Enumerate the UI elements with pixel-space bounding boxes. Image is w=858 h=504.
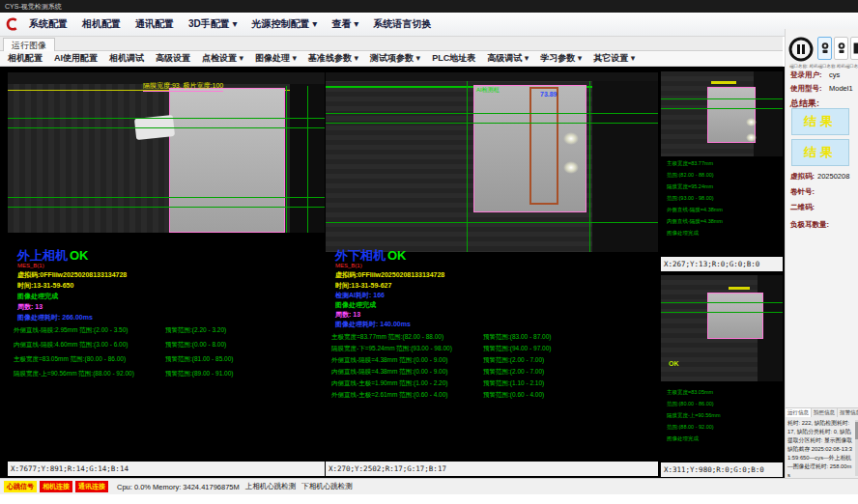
camera-2-button[interactable] bbox=[834, 37, 848, 60]
measurement-row: 内侧直线-隔膜:4.60mm 范围:(3.00 - 6.00) 预警范围:(0.… bbox=[14, 341, 325, 350]
dark-right-region bbox=[592, 81, 658, 252]
measurement-row: 外侧直线-隔膜:2.95mm 范围:(2.00 - 3.50) 预警范围:(2.… bbox=[14, 326, 325, 335]
pixel-coordinate-bar: X:7677;Y:891;R:14;G:14;B:14 bbox=[8, 462, 325, 476]
small-meas-line: 范围:(82.00 - 88.00) bbox=[667, 172, 714, 179]
camera-view-small-top[interactable] bbox=[661, 71, 783, 156]
measurement-value: 内侧直线-隔膜:4.60mm 范围:(3.00 - 6.00) bbox=[14, 341, 128, 348]
camera-view-outer-upper[interactable]: 隔膜宽度:93, 极片宽度:100 bbox=[8, 72, 325, 233]
camera-panel-outer-upper: 隔膜宽度:93, 极片宽度:100 外上相机OK MES_B(1) 虚拟码:0F… bbox=[8, 68, 325, 477]
menu-system-config[interactable]: 系统配置 bbox=[29, 17, 68, 31]
model-label: 使用型号: bbox=[790, 84, 822, 94]
small-meas-line: 外侧直线-隔膜=4.38mm bbox=[667, 207, 723, 213]
ai-score-value: 73.89 bbox=[540, 91, 558, 98]
yellow-marker bbox=[729, 287, 750, 290]
small-meas-line: 范围:(88.00 - 92.00) bbox=[667, 424, 714, 431]
log-text: 耗时: 222, 缺陷检测耗时: 17, 缺陷分类耗时: 0, 缺陷提取分区耗时… bbox=[787, 419, 853, 480]
tool-baseline-params[interactable]: 基准线参数 ▾ bbox=[308, 52, 358, 65]
menu-language-switch[interactable]: 系统语言切换 bbox=[373, 17, 431, 31]
separator-roi-box bbox=[707, 293, 763, 339]
result-box-upper: 结果 bbox=[791, 108, 849, 135]
small-meas-line: 图像处理完成 bbox=[667, 435, 699, 442]
menu-view[interactable]: 查看 ▾ bbox=[331, 17, 358, 31]
machine-top-band bbox=[326, 72, 658, 81]
measurement-warn: 预警范围:(1.10 - 2.10) bbox=[483, 379, 544, 388]
tool-spot-check[interactable]: 点检设置 ▾ bbox=[202, 52, 243, 65]
window-titlebar: CYS-视觉检测系统 bbox=[0, 0, 858, 13]
port-caption: 端口名称: 相机端口名称 相机端口名称 bbox=[789, 64, 858, 69]
log-tab-photo-info[interactable]: 拍照信息 bbox=[812, 408, 838, 417]
measurement-value: 外侧直线-隔膜=4.38mm 范围:(0.00 - 9.00) bbox=[331, 356, 447, 363]
pixel-coordinate-bar: X:311;Y:980;R:0;G:0;B:0 bbox=[661, 462, 783, 477]
measurement-row: 隔膜宽度-上=90.56mm 范围:(88.00 - 92.00) 预警范围:(… bbox=[14, 370, 325, 378]
toolbar: 相机配置 AI使用配置 相机调试 高级设置 点检设置 ▾ 图像处理 ▾ 基准线参… bbox=[0, 51, 783, 67]
tool-other-settings[interactable]: 其它设置 ▾ bbox=[593, 52, 635, 65]
menu-bar: 系统配置 相机配置 通讯配置 3D手配置 ▾ 光源控制配置 ▾ 查看 ▾ 系统语… bbox=[0, 13, 858, 37]
tool-camera-debug[interactable]: 相机调试 bbox=[109, 52, 144, 65]
camera-panel-small-top: 主极宽度=83.77mm 范围:(82.00 - 88.00) 隔膜宽度=95.… bbox=[661, 68, 783, 272]
comm-link-badge: 通讯连接 bbox=[75, 481, 108, 492]
small-meas-line: 主极宽度=83.05mm bbox=[667, 389, 713, 396]
elapsed-line: 图像处理耗时: 140.00ms bbox=[335, 320, 411, 329]
measurement-row: 外侧直线-主极=2.61mm 范围:(0.60 - 4.00) 预警范围:(0.… bbox=[331, 391, 658, 400]
upper-camera-heartbeat-status: 上相机心跳检测 bbox=[245, 482, 297, 491]
main-content: 隔膜宽度:93, 极片宽度:100 外上相机OK MES_B(1) 虚拟码:0F… bbox=[0, 67, 785, 478]
qr-code-label: 二维码: bbox=[790, 203, 815, 212]
measure-line bbox=[661, 108, 783, 109]
tool-advanced-settings[interactable]: 高级设置 bbox=[156, 52, 190, 65]
virtual-code-label: 虚拟码: bbox=[790, 172, 815, 182]
measurement-warn: 预警范围:(94.00 - 97.00) bbox=[483, 345, 551, 353]
camera-link-badge: 相机连接 bbox=[40, 481, 72, 492]
edge-line bbox=[589, 81, 590, 252]
small-meas-line: 隔膜宽度=95.24mm bbox=[667, 183, 713, 190]
ai-elapsed-line: 检测AI耗时: 166 bbox=[335, 291, 385, 300]
measurement-row: 主极宽度=83.77mm 范围:(82.00 - 88.00) 预警范围:(83… bbox=[331, 333, 658, 342]
dark-right-region bbox=[754, 71, 783, 156]
measure-line bbox=[661, 302, 783, 303]
camera-view-small-bottom[interactable]: OK bbox=[661, 275, 783, 381]
log-tab-run-info[interactable]: 运行信息 bbox=[786, 408, 812, 417]
model-value: Model1 bbox=[829, 84, 853, 93]
app-logo-icon bbox=[4, 15, 21, 33]
exit-button[interactable] bbox=[850, 37, 858, 60]
tool-learning-params[interactable]: 学习参数 ▾ bbox=[540, 52, 582, 65]
camera-icon bbox=[837, 42, 846, 55]
camera-name-label: 外下相机 bbox=[335, 248, 386, 263]
done-line: 图像处理完成 bbox=[335, 300, 376, 310]
measure-line bbox=[326, 113, 658, 114]
measurement-warn: 预警范围:(2.20 - 3.20) bbox=[165, 326, 226, 335]
pixel-coordinate-bar: X:267;Y:13;R:0;G:0;B:0 bbox=[661, 257, 783, 271]
menu-light-control[interactable]: 光源控制配置 ▾ bbox=[252, 17, 318, 31]
result-ok-label: OK bbox=[70, 248, 89, 263]
pause-button[interactable] bbox=[788, 37, 814, 62]
tool-camera-config[interactable]: 相机配置 bbox=[8, 52, 43, 65]
machine-texture bbox=[8, 84, 170, 233]
mes-label: MES_B(1) bbox=[17, 263, 44, 268]
tool-plc-table[interactable]: PLC地址表 bbox=[432, 52, 475, 65]
measurement-warn: 预警范围:(0.60 - 4.00) bbox=[483, 391, 544, 400]
tool-advanced-debug[interactable]: 高级调试 ▾ bbox=[487, 52, 529, 65]
result-ok-label: OK bbox=[387, 248, 407, 263]
measure-line bbox=[326, 222, 658, 223]
measurement-value: 主极宽度=83.05mm 范围:(80.00 - 86.00) bbox=[14, 355, 126, 362]
menu-comm-config[interactable]: 通讯配置 bbox=[135, 17, 174, 31]
camera-view-outer-lower[interactable]: AI检测框 73.89 bbox=[326, 72, 658, 252]
small-meas-line: 内侧直线-隔膜=4.38mm bbox=[667, 218, 723, 225]
menu-3d-config[interactable]: 3D手配置 ▾ bbox=[188, 17, 238, 31]
ai-box-label: AI检测框 bbox=[476, 86, 500, 95]
measurement-value: 主极宽度=83.77mm 范围:(82.00 - 88.00) bbox=[331, 333, 443, 340]
small-meas-line: 范围:(93.00 - 98.00) bbox=[667, 195, 714, 202]
log-tab-alarm-info[interactable]: 报警信息 bbox=[838, 408, 858, 417]
reflective-tab-highlight bbox=[563, 132, 579, 145]
measurement-warn: 预警范围:(89.00 - 91.00) bbox=[165, 370, 233, 378]
reflective-tab-highlight bbox=[563, 161, 579, 174]
tool-image-processing[interactable]: 图像处理 ▾ bbox=[255, 52, 297, 65]
camera-1-button[interactable] bbox=[817, 37, 832, 60]
measurement-row: 外侧直线-隔膜=4.38mm 范围:(0.00 - 9.00) 预警范围:(2.… bbox=[331, 356, 658, 365]
menu-camera-config[interactable]: 相机配置 bbox=[82, 17, 121, 31]
tool-test-params[interactable]: 测试项参数 ▾ bbox=[370, 52, 420, 65]
small-ok-label: OK bbox=[669, 360, 679, 367]
login-user-label: 登录用户: bbox=[790, 70, 822, 80]
login-user-value: cys bbox=[829, 70, 840, 79]
tool-ai-config[interactable]: AI使用配置 bbox=[54, 52, 98, 65]
tab-run-image[interactable]: 运行图像 bbox=[3, 38, 55, 51]
